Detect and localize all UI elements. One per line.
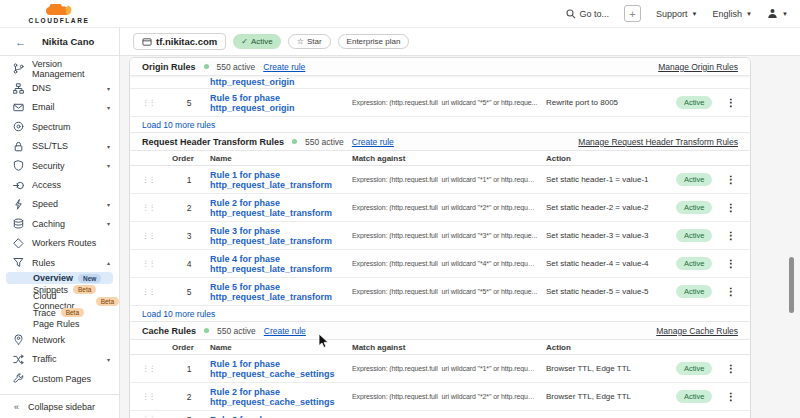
sidebar-item-label: SSL/TLS bbox=[32, 141, 68, 151]
column-header-order: Order bbox=[168, 343, 210, 352]
sidebar-item-traffic[interactable]: Traffic▾ bbox=[0, 350, 119, 369]
domain-selector[interactable]: tf.nikitac.com bbox=[133, 33, 226, 50]
chevron-down-icon: ▾ bbox=[107, 220, 110, 227]
rule-name-link[interactable]: Rule 5 for phase bbox=[210, 282, 352, 292]
table-row: ⋮⋮3Rule 3 for phasehttp_request_late_tra… bbox=[130, 222, 750, 250]
sidebar-item-access[interactable]: Access bbox=[0, 175, 119, 194]
active-dot-icon bbox=[204, 328, 209, 333]
rule-name-link[interactable]: http_request_late_transform bbox=[210, 236, 352, 246]
rule-name-link[interactable]: Rule 4 for phase bbox=[210, 254, 352, 264]
drag-handle[interactable]: ⋮⋮ bbox=[142, 365, 168, 373]
star-button[interactable]: ☆ Star bbox=[288, 34, 331, 49]
load-more-link[interactable]: Load 10 more rules bbox=[142, 120, 215, 130]
status-badge: Active bbox=[676, 229, 712, 242]
user-menu[interactable]: ▼ bbox=[767, 8, 788, 19]
sidebar-item-version-management[interactable]: Version Management bbox=[0, 59, 119, 78]
kebab-menu-icon[interactable]: ⋮ bbox=[724, 230, 738, 241]
status-badge: Active bbox=[676, 201, 712, 214]
add-button[interactable]: + bbox=[624, 5, 641, 22]
sidebar-item-speed[interactable]: Speed▾ bbox=[0, 195, 119, 214]
rule-name-link[interactable]: Rule 5 for phase bbox=[210, 93, 352, 103]
create-rule-link[interactable]: Create rule bbox=[263, 62, 305, 72]
kebab-menu-icon[interactable]: ⋮ bbox=[724, 202, 738, 213]
rule-name-link[interactable]: http_request_late_transform bbox=[210, 292, 352, 302]
kebab-menu-icon[interactable]: ⋮ bbox=[724, 174, 738, 185]
status-badge: Active bbox=[676, 362, 712, 375]
kebab-menu-icon[interactable]: ⋮ bbox=[724, 363, 738, 374]
collapse-sidebar-button[interactable]: «Collapse sidebar bbox=[0, 394, 119, 418]
column-header-name: Name bbox=[210, 154, 352, 163]
database-icon bbox=[13, 218, 24, 229]
chevron-down-icon: ▾ bbox=[107, 162, 110, 169]
create-rule-link[interactable]: Create rule bbox=[352, 137, 394, 147]
manage-rules-link[interactable]: Manage Cache Rules bbox=[656, 326, 738, 336]
mouse-cursor bbox=[318, 333, 330, 353]
drag-handle[interactable]: ⋮⋮ bbox=[142, 232, 168, 240]
rule-name: http_request_origin bbox=[210, 76, 352, 87]
sidebar-item-spectrum[interactable]: Spectrum bbox=[0, 117, 119, 136]
rule-name: Rule 5 for phasehttp_request_origin bbox=[210, 93, 352, 113]
sidebar-item-overview[interactable]: OverviewNew bbox=[6, 272, 113, 284]
sidebar-item-email[interactable]: Email▾ bbox=[0, 98, 119, 117]
drag-handle[interactable]: ⋮⋮ bbox=[142, 288, 168, 296]
rule-action: Rewrite port to 8005 bbox=[546, 98, 676, 107]
active-dot-icon bbox=[204, 64, 209, 69]
rule-name-link[interactable]: http_request_late_transform bbox=[210, 208, 352, 218]
access-icon bbox=[13, 180, 24, 191]
manage-rules-link[interactable]: Manage Origin Rules bbox=[658, 62, 738, 72]
active-count: 550 active bbox=[217, 326, 256, 336]
active-count: 550 active bbox=[217, 62, 256, 72]
manage-rules-link[interactable]: Manage Request Header Transform Rules bbox=[578, 137, 738, 147]
wrench-icon bbox=[13, 373, 24, 384]
status-badge: Active bbox=[676, 285, 712, 298]
goto-search[interactable]: Go to... bbox=[566, 9, 610, 19]
sidebar-item-network[interactable]: Network bbox=[0, 330, 119, 349]
rule-name-link[interactable]: Rule 2 for phase bbox=[210, 387, 352, 397]
status-badge: Active bbox=[676, 96, 712, 109]
rule-name-link[interactable]: Rule 1 for phase bbox=[210, 359, 352, 369]
traffic-icon bbox=[13, 354, 24, 365]
sidebar-item-page-rules[interactable]: Page Rules bbox=[0, 319, 119, 331]
sidebar-item-ssl-tls[interactable]: SSL/TLS▾ bbox=[0, 137, 119, 156]
kebab-menu-icon[interactable]: ⋮ bbox=[724, 97, 738, 108]
sidebar-item-dns[interactable]: DNS▾ bbox=[0, 78, 119, 97]
rule-name-link[interactable]: http_request_origin bbox=[210, 103, 352, 113]
sidebar-item-workers-routes[interactable]: Workers Routes bbox=[0, 234, 119, 253]
back-arrow-icon[interactable]: ← bbox=[15, 36, 26, 48]
chevron-up-icon: ▴ bbox=[107, 259, 110, 266]
sidebar-item-caching[interactable]: Caching▾ bbox=[0, 214, 119, 233]
rule-name-link[interactable]: http_request_late_transform bbox=[210, 264, 352, 274]
kebab-menu-icon[interactable]: ⋮ bbox=[724, 286, 738, 297]
rule-name-link[interactable]: Rule 2 for phase bbox=[210, 198, 352, 208]
kebab-menu-icon[interactable]: ⋮ bbox=[724, 391, 738, 402]
cloudflare-logo[interactable]: CLOUDFLARE bbox=[28, 4, 90, 24]
drag-handle[interactable]: ⋮⋮ bbox=[142, 393, 168, 401]
chevron-down-icon: ▼ bbox=[746, 11, 752, 17]
branch-icon bbox=[13, 63, 24, 74]
support-menu[interactable]: Support ▼ bbox=[656, 9, 697, 19]
rule-name-link[interactable]: http_request_late_transform bbox=[210, 180, 352, 190]
drag-handle[interactable]: ⋮⋮ bbox=[142, 204, 168, 212]
rule-name: Rule 2 for phasehttp_request_late_transf… bbox=[210, 198, 352, 218]
rule-name-link[interactable]: Rule 1 for phase bbox=[210, 170, 352, 180]
request-header-transform-rules-column-headers: OrderNameMatch againstAction bbox=[130, 151, 750, 166]
vertical-scrollbar[interactable] bbox=[789, 257, 794, 313]
rule-name-link[interactable]: http_request_origin bbox=[210, 77, 352, 87]
language-menu[interactable]: English ▼ bbox=[713, 9, 752, 19]
sidebar-item-cloud-connector[interactable]: Cloud ConnectorBeta bbox=[0, 295, 119, 307]
drag-handle[interactable]: ⋮⋮ bbox=[142, 260, 168, 268]
sidebar-item-rules[interactable]: Rules▴ bbox=[0, 253, 119, 272]
drag-handle[interactable]: ⋮⋮ bbox=[142, 99, 168, 107]
drag-handle[interactable]: ⋮⋮ bbox=[142, 176, 168, 184]
rule-name-link[interactable]: http_request_cache_settings bbox=[210, 369, 352, 379]
create-rule-link[interactable]: Create rule bbox=[264, 326, 306, 336]
kebab-menu-icon[interactable]: ⋮ bbox=[724, 258, 738, 269]
rule-order: 5 bbox=[168, 287, 210, 297]
load-more-link[interactable]: Load 10 more rules bbox=[142, 309, 215, 319]
funnel-icon bbox=[13, 257, 24, 268]
rule-name-link[interactable]: http_request_cache_settings bbox=[210, 397, 352, 407]
sidebar-item-security[interactable]: Security▾ bbox=[0, 156, 119, 175]
rule-name-link[interactable]: Rule 3 for phase bbox=[210, 226, 352, 236]
column-header-action: Action bbox=[546, 343, 676, 352]
sidebar-item-custom-pages[interactable]: Custom Pages bbox=[0, 369, 119, 388]
